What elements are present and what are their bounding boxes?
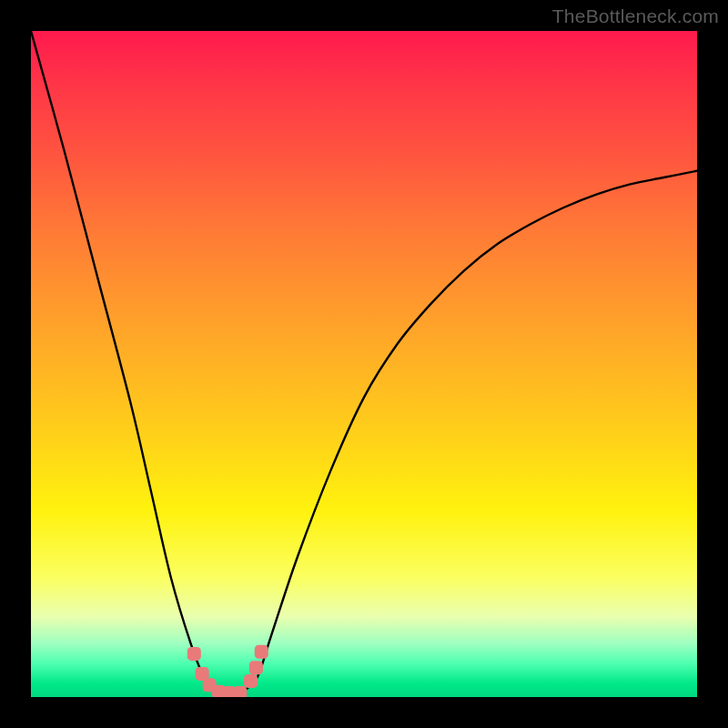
bottleneck-curve (31, 31, 697, 697)
watermark-text: TheBottleneck.com (552, 5, 719, 27)
highlight-markers (187, 645, 268, 697)
curve-svg (31, 31, 697, 697)
marker-dot (249, 661, 263, 674)
plot-area (31, 31, 697, 697)
marker-dot (244, 674, 258, 688)
marker-dot (233, 686, 247, 697)
marker-dot (187, 647, 201, 661)
chart-frame: TheBottleneck.com (0, 0, 728, 728)
marker-dot (255, 645, 268, 659)
